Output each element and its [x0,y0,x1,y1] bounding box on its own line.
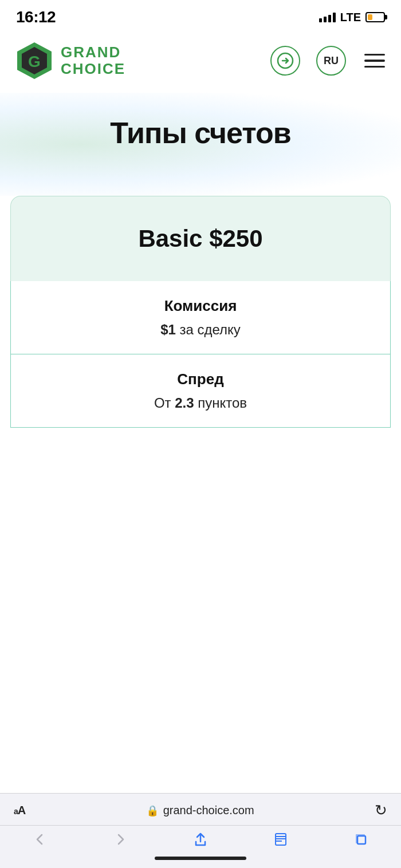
logo-text: GRAND CHOICE [61,44,125,77]
browser-bar: aA 🔒 grand-choice.com ↻ [0,793,401,825]
spread-value: От 2.3 пунктов [25,395,376,411]
reload-button[interactable]: ↻ [375,802,387,819]
home-indicator [0,851,401,868]
logo-area[interactable]: G GRAND CHOICE [14,40,125,81]
logo-choice: CHOICE [61,61,125,77]
svg-rect-5 [357,836,365,844]
logo-icon: G [14,40,55,81]
share-button[interactable] [183,831,218,847]
hero-section: Типы счетов [0,93,401,196]
hamburger-menu-icon[interactable] [362,52,387,70]
nav-icons: RU [270,46,387,76]
browser-url-area[interactable]: 🔒 grand-choice.com [146,804,254,817]
details-table: Комиссия $1 за сделку Спред От 2.3 пункт… [10,281,391,428]
bookmarks-button[interactable] [264,831,298,847]
home-indicator-bar [155,857,246,860]
commission-label: Комиссия [25,297,376,315]
browser-url: grand-choice.com [163,804,254,817]
spread-label: Спред [25,370,376,388]
back-button[interactable] [23,831,57,847]
battery-fill [368,14,372,20]
tabs-button[interactable] [344,831,378,847]
logo-grand: GRAND [61,44,125,61]
battery-icon [365,12,385,22]
status-time: 16:12 [16,8,56,26]
status-icons: LTE [319,11,385,24]
status-bar: 16:12 LTE [0,0,401,31]
forward-button[interactable] [103,831,137,847]
browser-aa-button[interactable]: aA [14,804,25,817]
page-title-section: Типы счетов [0,98,401,173]
account-card-title: Basic $250 [138,225,262,252]
main-content: Basic $250 Комиссия $1 за сделку Спред О… [0,196,401,610]
spread-row: Спред От 2.3 пунктов [11,354,390,427]
bottom-nav [0,825,401,851]
language-button[interactable]: RU [316,46,346,76]
commission-row: Комиссия $1 за сделку [11,281,390,354]
svg-text:G: G [28,53,41,70]
account-card: Basic $250 [10,196,391,281]
commission-value: $1 за сделку [25,322,376,338]
login-icon[interactable] [270,46,300,76]
page-title: Типы счетов [14,116,387,150]
lock-icon: 🔒 [146,804,159,817]
signal-bars-icon [319,12,336,22]
lte-label: LTE [340,11,361,24]
header: G GRAND CHOICE RU [0,31,401,93]
